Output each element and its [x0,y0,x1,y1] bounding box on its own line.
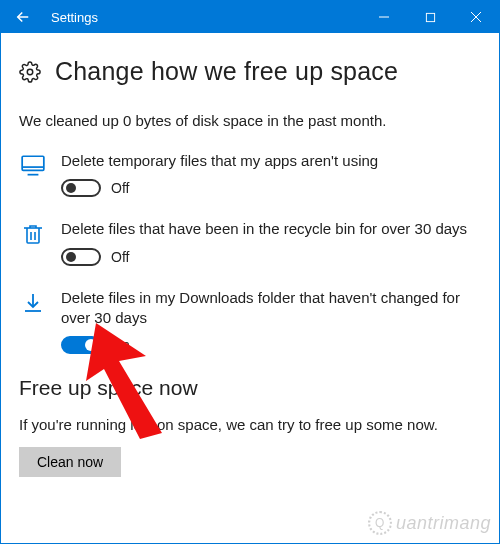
maximize-button[interactable] [407,1,453,33]
clean-now-button[interactable]: Clean now [19,447,121,477]
page-title: Change how we free up space [55,57,398,86]
bulb-icon: Q [368,511,392,535]
watermark-text: uantrimang [396,513,491,534]
status-text: We cleaned up 0 bytes of disk space in t… [19,112,481,129]
minimize-button[interactable] [361,1,407,33]
freeup-heading: Free up space now [19,376,481,400]
content-area: Change how we free up space We cleaned u… [1,33,499,543]
svg-rect-1 [426,13,434,21]
toggle-temp-files[interactable] [61,179,101,197]
option-downloads: Delete files in my Downloads folder that… [19,288,481,355]
window-title: Settings [45,10,361,25]
svg-point-4 [27,69,33,75]
download-icon [19,290,47,316]
watermark: Q uantrimang [368,511,491,535]
close-button[interactable] [453,1,499,33]
window-controls [361,1,499,33]
toggle-recycle-bin[interactable] [61,248,101,266]
toggle-state-label: On [111,337,130,353]
monitor-icon [19,153,47,179]
back-button[interactable] [1,1,45,33]
gear-icon [19,61,41,83]
toggle-state-label: Off [111,249,129,265]
page-header: Change how we free up space [19,57,481,86]
option-label: Delete files that have been in the recyc… [61,219,481,239]
trash-icon [19,221,47,247]
settings-window: Settings Change how we free up space W [0,0,500,544]
option-temp-files: Delete temporary files that my apps aren… [19,151,481,197]
svg-rect-5 [22,156,44,170]
toggle-state-label: Off [111,180,129,196]
titlebar: Settings [1,1,499,33]
option-recycle-bin: Delete files that have been in the recyc… [19,219,481,265]
option-label: Delete files in my Downloads folder that… [61,288,481,329]
freeup-text: If you're running low on space, we can t… [19,416,481,433]
option-label: Delete temporary files that my apps aren… [61,151,481,171]
toggle-downloads[interactable] [61,336,101,354]
